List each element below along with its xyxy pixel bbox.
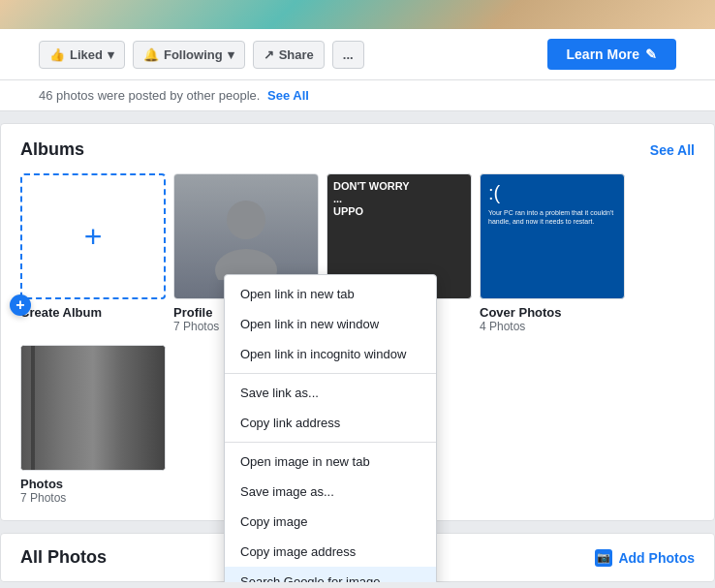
all-photos-label: All Photos xyxy=(20,547,107,568)
create-album-thumb: + xyxy=(20,173,166,299)
ctx-open-incognito[interactable]: Open link in incognito window xyxy=(225,339,436,369)
albums-section-header: Albums See All xyxy=(20,139,695,160)
ctx-copy-image-address[interactable]: Copy image address xyxy=(225,537,436,567)
cover-photos-count: 4 Photos xyxy=(480,320,625,333)
action-bar: 👍 Liked ▾ 🔔 Following ▾ ↗ Share ... Lear… xyxy=(0,29,715,80)
notification-text: 46 photos were posted by other people. xyxy=(39,88,260,103)
ctx-save-image[interactable]: Save image as... xyxy=(225,477,436,507)
ctx-open-new-window[interactable]: Open link in new window xyxy=(225,309,436,339)
photos-album-count: 7 Photos xyxy=(20,491,166,505)
ctx-copy-image[interactable]: Copy image xyxy=(225,507,436,537)
cover-photos-card[interactable]: :( Your PC ran into a problem that it co… xyxy=(480,173,625,333)
ctx-divider-1 xyxy=(225,373,436,374)
share-label: Share xyxy=(279,47,314,62)
pencil-icon: ✎ xyxy=(645,46,657,62)
notification-bar: 46 photos were posted by other people. S… xyxy=(0,80,715,111)
page-wrapper: 👍 Liked ▾ 🔔 Following ▾ ↗ Share ... Lear… xyxy=(0,0,715,582)
ellipsis-icon: ... xyxy=(343,47,354,62)
ctx-open-new-tab[interactable]: Open link in new tab xyxy=(225,279,436,309)
ctx-open-image-tab[interactable]: Open image in new tab xyxy=(225,447,436,477)
learn-more-label: Learn More xyxy=(567,46,639,62)
cover-photos-thumb: :( Your PC ran into a problem that it co… xyxy=(480,173,625,299)
more-button[interactable]: ... xyxy=(332,41,364,69)
book-spine xyxy=(21,346,165,470)
ctx-save-link[interactable]: Save link as... xyxy=(225,378,436,408)
cover-strip xyxy=(0,0,715,29)
following-chevron-icon: ▾ xyxy=(228,47,234,62)
following-label: Following xyxy=(164,47,223,62)
bsod-face-icon: :( xyxy=(488,182,500,204)
photos-album-label: Photos xyxy=(20,477,166,491)
ctx-copy-link[interactable]: Copy link address xyxy=(225,408,436,438)
bell-icon: 🔔 xyxy=(143,47,159,62)
create-album-card[interactable]: + Create Album xyxy=(20,173,166,333)
cover-photos-label: Cover Photos xyxy=(480,305,625,320)
camera-icon: 📷 xyxy=(595,549,612,567)
liked-label: Liked xyxy=(70,47,103,62)
ctx-divider-2 xyxy=(225,442,436,443)
context-menu: Open link in new tab Open link in new wi… xyxy=(224,274,437,582)
following-button[interactable]: 🔔 Following ▾ xyxy=(133,41,245,69)
bsod-text: Your PC ran into a problem that it could… xyxy=(488,208,616,226)
share-button[interactable]: ↗ Share xyxy=(253,41,325,69)
photos-album-thumb xyxy=(20,345,166,471)
side-plus-button[interactable]: + xyxy=(10,294,31,316)
liked-button[interactable]: 👍 Liked ▾ xyxy=(39,41,125,69)
svg-point-0 xyxy=(227,201,265,239)
dont-worry-text: DON'T WORRY...UPPO xyxy=(333,180,410,219)
albums-title: Albums xyxy=(20,139,84,160)
photos-album-card[interactable]: Photos 7 Photos xyxy=(20,345,166,505)
share-icon: ↗ xyxy=(264,47,274,62)
add-photos-label: Add Photos xyxy=(618,550,695,566)
albums-section: Albums See All + Create Album xyxy=(0,123,715,521)
albums-see-all-link[interactable]: See All xyxy=(650,142,695,158)
liked-chevron-icon: ▾ xyxy=(108,47,114,62)
add-photos-button[interactable]: 📷 Add Photos xyxy=(595,549,695,567)
create-album-label: Create Album xyxy=(20,305,166,320)
thumbs-up-icon: 👍 xyxy=(49,47,65,62)
learn-more-button[interactable]: Learn More ✎ xyxy=(547,39,676,70)
notification-see-all-link[interactable]: See All xyxy=(267,88,309,103)
plus-icon: + xyxy=(84,219,103,255)
ctx-search-google[interactable]: Search Google for image xyxy=(225,567,436,582)
